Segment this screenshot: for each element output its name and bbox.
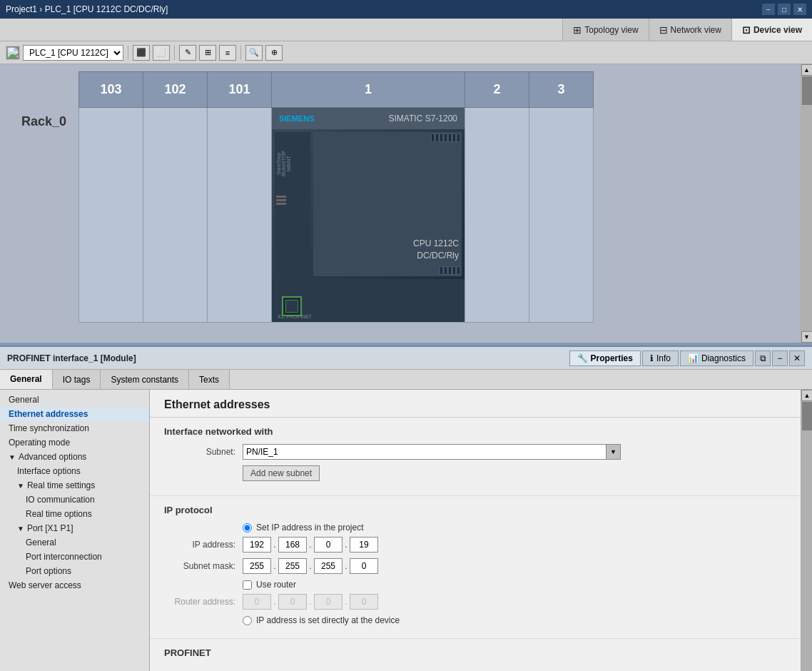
use-router-checkbox[interactable] bbox=[243, 580, 252, 590]
profinet-title: PROFINET bbox=[164, 647, 786, 658]
rack-col-2: 2 bbox=[465, 72, 529, 108]
nav-item-web-server-label: Web server access bbox=[9, 580, 81, 590]
subnet-octet-3[interactable] bbox=[314, 558, 342, 574]
plc-icon bbox=[6, 46, 20, 60]
cpu-label-area: CPU 1212C DC/DC/Rly bbox=[313, 143, 462, 265]
toolbar-separator-1 bbox=[128, 46, 128, 60]
close-button[interactable]: ✕ bbox=[793, 4, 806, 15]
rack-col-1: 1 bbox=[272, 72, 465, 108]
rack-col-3: 3 bbox=[529, 72, 594, 108]
ip-octet-2[interactable] bbox=[278, 537, 307, 553]
nav-tab-general[interactable]: General bbox=[0, 370, 53, 389]
toolbar-btn-2[interactable]: ⬜ bbox=[153, 45, 170, 61]
nav-tab-system-constants[interactable]: System constants bbox=[101, 370, 189, 389]
nav-item-time-sync[interactable]: Time synchronization bbox=[0, 421, 149, 435]
ip-address-row: IP address: . . . bbox=[164, 537, 786, 553]
toolbar-btn-6[interactable]: ⊕ bbox=[265, 45, 283, 61]
real-time-settings-arrow: ▼ bbox=[17, 482, 24, 490]
nav-item-port-x1-p1[interactable]: ▼ Port [X1 P1] bbox=[0, 521, 149, 535]
scroll-up-button[interactable]: ▲ bbox=[801, 64, 813, 76]
subnet-input[interactable] bbox=[243, 444, 607, 460]
diagnostics-tab-btn[interactable]: 📊 Diagnostics bbox=[680, 350, 753, 366]
nav-item-port-interconnection[interactable]: Port interconnection bbox=[0, 550, 149, 564]
led-block bbox=[444, 133, 447, 142]
nav-item-port-general-label: General bbox=[26, 538, 56, 548]
rack-slot-103 bbox=[79, 108, 143, 323]
toolbar-btn-4[interactable]: ⊞ bbox=[199, 45, 216, 61]
panel-float-button[interactable]: ⧉ bbox=[755, 350, 771, 366]
nav-item-port-general[interactable]: General bbox=[0, 535, 149, 550]
tab-topology[interactable]: ⊞ Topology view bbox=[562, 19, 648, 41]
ip-protocol-subsection: IP protocol Set IP address in the projec… bbox=[150, 496, 801, 639]
ip-octet-3[interactable] bbox=[314, 537, 342, 553]
cpu-device[interactable]: SIEMENS SIMATIC S7-1200 Start/StopRUN/ST… bbox=[272, 108, 465, 322]
toolbar-btn-3[interactable]: ✎ bbox=[179, 45, 196, 61]
subnet-octet-4[interactable] bbox=[350, 558, 378, 574]
canvas-scroll-thumb[interactable] bbox=[802, 76, 812, 105]
right-content-area: Ethernet addresses Interface networked w… bbox=[150, 390, 801, 671]
info-tab-btn[interactable]: ℹ Info bbox=[642, 350, 679, 366]
nav-tab-io-tags[interactable]: IO tags bbox=[53, 370, 101, 389]
panel-minimize-button[interactable]: − bbox=[772, 350, 788, 366]
router-octet-1[interactable] bbox=[243, 594, 271, 610]
panel-header: PROFINET interface_1 [Module] 🔧 Properti… bbox=[0, 347, 812, 370]
rack-col-102: 102 bbox=[143, 72, 208, 108]
maximize-button[interactable]: □ bbox=[778, 4, 791, 15]
use-router-row: Use router bbox=[164, 580, 786, 590]
nav-item-web-server-access[interactable]: Web server access bbox=[0, 578, 149, 592]
toolbar-btn-5[interactable]: ≡ bbox=[219, 45, 236, 61]
toolbar-btn-1[interactable]: ⬛ bbox=[133, 45, 150, 61]
led-block bbox=[435, 133, 439, 142]
led-block bbox=[431, 133, 435, 142]
nav-item-port-options[interactable]: Port options bbox=[0, 564, 149, 578]
nav-item-real-time-settings[interactable]: ▼ Real time settings bbox=[0, 478, 149, 493]
subnet-dot-2: . bbox=[307, 561, 314, 571]
right-scroll-thumb[interactable] bbox=[802, 402, 812, 430]
subnet-octet-2[interactable] bbox=[278, 558, 307, 574]
nav-item-interface-options[interactable]: Interface options bbox=[0, 464, 149, 478]
properties-icon: 🔧 bbox=[577, 353, 588, 363]
rack-slot-1[interactable]: SIEMENS SIMATIC S7-1200 Start/StopRUN/ST… bbox=[272, 108, 465, 323]
subnet-octet-1[interactable] bbox=[243, 558, 271, 574]
router-octet-2[interactable] bbox=[278, 594, 307, 610]
interface-networked-title: Interface networked with bbox=[164, 426, 786, 437]
interface-networked-subsection: Interface networked with Subnet: ▼ Add n… bbox=[150, 418, 801, 496]
nav-item-operating-mode-label: Operating mode bbox=[9, 438, 70, 448]
subnet-row: Subnet: ▼ bbox=[164, 444, 786, 460]
nav-tab-texts[interactable]: Texts bbox=[189, 370, 230, 389]
nav-item-advanced-options[interactable]: ▼ Advanced options bbox=[0, 450, 149, 464]
nav-item-ethernet-addresses[interactable]: Ethernet addresses bbox=[0, 407, 149, 421]
eth-port[interactable] bbox=[282, 296, 302, 316]
set-ip-radio[interactable] bbox=[243, 523, 252, 533]
nav-item-real-time-options[interactable]: Real time options bbox=[0, 507, 149, 521]
minimize-button[interactable]: − bbox=[762, 4, 775, 15]
ip-octet-4[interactable] bbox=[350, 537, 378, 553]
ip-octet-1[interactable] bbox=[243, 537, 271, 553]
panel-close-button[interactable]: ✕ bbox=[789, 350, 805, 366]
panel-tabs-right: 🔧 Properties ℹ Info 📊 Diagnostics ⧉ − ✕ bbox=[569, 350, 805, 366]
section-title: Ethernet addresses bbox=[150, 390, 801, 418]
toolbar-btn-zoom[interactable]: 🔍 bbox=[245, 45, 263, 61]
tab-network[interactable]: ⊟ Network view bbox=[649, 19, 731, 41]
pin-connector bbox=[276, 196, 286, 198]
router-octet-4[interactable] bbox=[350, 594, 378, 610]
device-select[interactable]: PLC_1 [CPU 1212C] bbox=[23, 45, 123, 61]
add-new-subnet-button[interactable]: Add new subnet bbox=[243, 465, 320, 481]
right-scroll-up-button[interactable]: ▲ bbox=[801, 390, 812, 401]
subnet-dropdown-arrow[interactable]: ▼ bbox=[607, 444, 621, 460]
properties-tab-btn[interactable]: 🔧 Properties bbox=[569, 350, 641, 366]
nav-item-io-communication[interactable]: IO communication bbox=[0, 493, 149, 507]
tab-device[interactable]: ⊡ Device view bbox=[731, 19, 812, 41]
router-octet-3[interactable] bbox=[314, 594, 342, 610]
set-ip-radio-row: Set IP address in the project bbox=[164, 523, 786, 533]
ip-dot-1: . bbox=[271, 540, 278, 550]
nav-item-operating-mode[interactable]: Operating mode bbox=[0, 435, 149, 450]
port-x1-p1-arrow: ▼ bbox=[17, 525, 24, 533]
nav-item-general[interactable]: General bbox=[0, 393, 149, 407]
nav-item-ethernet-label: Ethernet addresses bbox=[9, 409, 88, 419]
network-icon: ⊟ bbox=[659, 24, 668, 36]
diagnostics-tab-label: Diagnostics bbox=[701, 353, 746, 363]
nav-tab-texts-label: Texts bbox=[199, 375, 219, 385]
direct-ip-radio[interactable] bbox=[243, 616, 252, 625]
scroll-down-button[interactable]: ▼ bbox=[801, 331, 813, 343]
